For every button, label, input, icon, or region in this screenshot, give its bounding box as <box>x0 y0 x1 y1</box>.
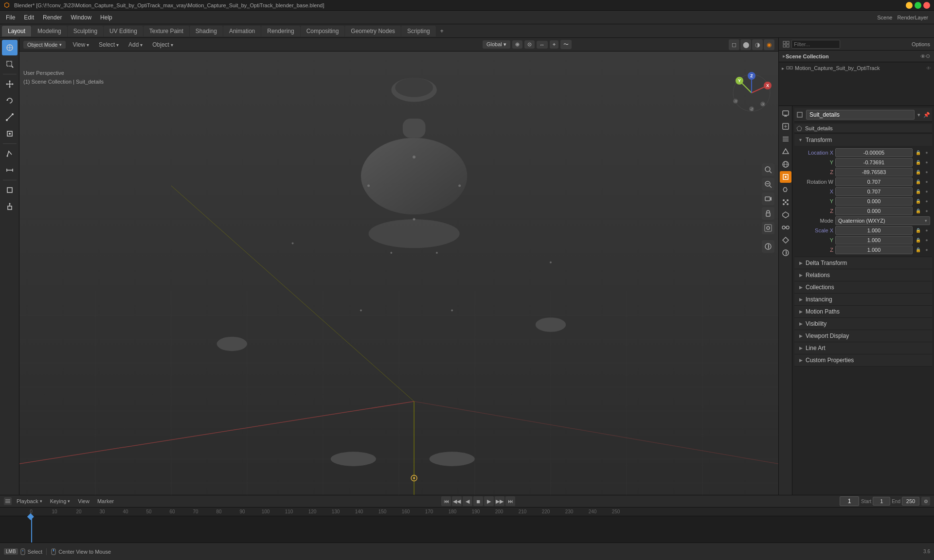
tab-sculpting[interactable]: Sculpting <box>68 26 103 36</box>
scale-tool-btn[interactable] <box>2 109 18 125</box>
menu-render[interactable]: Render <box>39 13 66 22</box>
scale-y-dot[interactable]: ● <box>923 238 930 243</box>
extrude-btn[interactable] <box>2 199 18 214</box>
object-options-icon[interactable]: ▾ <box>917 112 920 118</box>
visibility-section[interactable]: ▶ Visibility <box>794 318 932 330</box>
custom-properties-section[interactable]: ▶ Custom Properties <box>794 354 932 367</box>
snap-button[interactable]: ⊕ <box>512 40 522 49</box>
step-back-btn[interactable]: ◀◀ <box>452 496 462 506</box>
viewport-view-menu[interactable]: View <box>70 40 92 49</box>
scale-z-input[interactable]: 1.000 <box>835 245 913 254</box>
add-cube-btn[interactable] <box>2 182 18 198</box>
scene-collection-eye[interactable]: 👁 <box>920 53 926 59</box>
delta-transform-section[interactable]: ▶ Delta Transform <box>794 257 932 269</box>
current-frame-display[interactable]: 1 <box>840 496 859 506</box>
menu-edit[interactable]: Edit <box>20 13 38 22</box>
constraints-properties-tab[interactable] <box>780 222 791 233</box>
minimize-button[interactable] <box>906 2 913 9</box>
scene-collection-select[interactable]: ⊙ <box>926 53 930 59</box>
cursor-tool-btn[interactable] <box>2 40 18 55</box>
scene-properties-tab[interactable] <box>780 146 791 158</box>
scale-x-input[interactable]: 1.000 <box>835 226 913 235</box>
playback-menu[interactable]: Playback ▾ <box>14 497 45 505</box>
rendered-shading[interactable]: ◉ <box>764 39 774 50</box>
material-properties-tab[interactable] <box>780 247 791 259</box>
location-y-input[interactable]: -0.73691 <box>835 158 913 167</box>
line-art-section[interactable]: ▶ Line Art <box>794 342 932 354</box>
timeline-area[interactable]: 0 10 20 30 40 50 60 70 80 90 100 110 120… <box>0 508 934 542</box>
zoom-in-btn[interactable] <box>762 163 774 176</box>
viewport[interactable]: Object Mode View Select Add Object Globa… <box>19 38 778 531</box>
transform-section-header[interactable]: ▼ Transform <box>794 134 932 146</box>
zoom-out-btn[interactable] <box>762 178 774 191</box>
physics-properties-tab[interactable] <box>780 209 791 221</box>
object-pin-icon[interactable]: 📌 <box>923 112 930 118</box>
frame-all-btn[interactable] <box>762 222 774 234</box>
location-x-input[interactable]: -0.00005 <box>835 148 913 157</box>
scale-x-lock[interactable]: 🔒 <box>915 228 921 233</box>
location-y-dot[interactable]: ● <box>923 160 930 165</box>
outliner-item-collection[interactable]: ▸ Motion_Capture_Suit_by_OptiTrack 👁 <box>780 63 933 73</box>
jump-end-btn[interactable]: ⏭ <box>505 496 515 506</box>
annotate-tool-btn[interactable] <box>2 146 18 161</box>
rotation-y-input[interactable]: 0.000 <box>835 197 913 206</box>
location-x-lock[interactable]: 🔒 <box>915 150 921 155</box>
tab-compositing[interactable]: Compositing <box>301 26 345 36</box>
location-z-input[interactable]: -89.76583 <box>835 168 913 176</box>
pivot-point[interactable]: ⌖ <box>550 40 558 49</box>
measure-tool-btn[interactable] <box>2 162 18 178</box>
particles-properties-tab[interactable] <box>780 196 791 208</box>
transform-orientation[interactable]: Global ▾ <box>483 40 510 49</box>
motion-paths-section[interactable]: ▶ Motion Paths <box>794 306 932 318</box>
timeline-content[interactable] <box>0 516 934 542</box>
close-button[interactable] <box>923 2 930 9</box>
add-workspace-button[interactable]: + <box>436 26 448 36</box>
tab-texture-paint[interactable]: Texture Paint <box>144 26 189 36</box>
viewport-display-section[interactable]: ▶ Viewport Display <box>794 330 932 342</box>
rotation-z-dot[interactable]: ● <box>923 209 930 213</box>
rotation-y-dot[interactable]: ● <box>923 199 930 204</box>
location-z-dot[interactable]: ● <box>923 170 930 175</box>
play-back-btn[interactable]: ◀ <box>463 496 472 506</box>
location-y-lock[interactable]: 🔒 <box>915 160 921 165</box>
timeline-panel-icon[interactable] <box>4 497 12 505</box>
location-z-lock[interactable]: 🔒 <box>915 170 921 175</box>
rotation-y-lock[interactable]: 🔒 <box>915 199 921 204</box>
tab-layout[interactable]: Layout <box>2 26 31 36</box>
object-data-tab[interactable] <box>780 234 791 246</box>
step-forward-btn[interactable]: ▶▶ <box>495 496 504 506</box>
scale-y-input[interactable]: 1.000 <box>835 236 913 245</box>
instancing-section[interactable]: ▶ Instancing <box>794 294 932 306</box>
rotation-x-lock[interactable]: 🔒 <box>915 189 921 194</box>
material-preview[interactable]: ◑ <box>752 39 763 50</box>
proportional-mode[interactable]: ↔ <box>537 41 548 49</box>
menu-file[interactable]: File <box>2 13 19 22</box>
wireframe-toggle[interactable]: ◻ <box>729 39 739 50</box>
marker-menu[interactable]: Marker <box>94 497 117 505</box>
proportional-edit[interactable]: ⊙ <box>524 40 535 49</box>
timeline-settings-btn[interactable]: ⚙ <box>921 497 930 506</box>
modifier-properties-tab[interactable] <box>780 184 791 195</box>
rotation-w-input[interactable]: 0.707 <box>835 177 913 186</box>
rotation-w-dot[interactable]: ● <box>923 179 930 184</box>
rotation-w-lock[interactable]: 🔒 <box>915 179 921 184</box>
rotation-x-dot[interactable]: ● <box>923 189 930 194</box>
rotation-z-input[interactable]: 0.000 <box>835 207 913 215</box>
move-tool-btn[interactable] <box>2 76 18 92</box>
keying-menu[interactable]: Keying ▾ <box>47 497 73 505</box>
solid-toggle[interactable]: ⬤ <box>740 39 751 50</box>
scale-z-lock[interactable]: 🔒 <box>915 247 921 252</box>
tab-animation[interactable]: Animation <box>223 26 261 36</box>
tab-rendering[interactable]: Rendering <box>261 26 300 36</box>
relations-section[interactable]: ▶ Relations <box>794 269 932 281</box>
rotate-tool-btn[interactable] <box>2 93 18 108</box>
scale-x-dot[interactable]: ● <box>923 228 930 233</box>
nav-gizmo[interactable]: Y X Z -Y -X -Z <box>730 71 773 115</box>
viewport-add-menu[interactable]: Add <box>126 40 145 49</box>
scale-y-lock[interactable]: 🔒 <box>915 238 921 243</box>
tab-scripting[interactable]: Scripting <box>401 26 436 36</box>
jump-start-btn[interactable]: ⏮ <box>441 496 451 506</box>
rotation-x-input[interactable]: 0.707 <box>835 187 913 196</box>
viewport-select-menu[interactable]: Select <box>96 40 122 49</box>
viewport-object-menu[interactable]: Object <box>149 40 176 49</box>
